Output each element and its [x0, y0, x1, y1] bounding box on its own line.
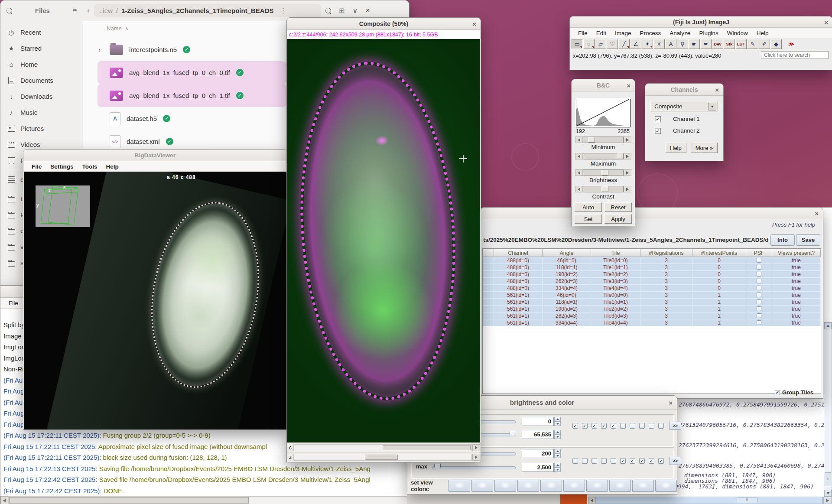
- hand-tool-icon[interactable]: ☛: [689, 39, 700, 49]
- psf-checkbox[interactable]: [757, 313, 761, 318]
- psf-cell[interactable]: [746, 292, 772, 299]
- sidebar-item-downloads[interactable]: ↓Downloads: [0, 88, 83, 104]
- view-checkbox[interactable]: [630, 423, 635, 429]
- min-value-group2[interactable]: 200: [522, 449, 554, 458]
- search-icon[interactable]: [6, 8, 12, 13]
- pencil-tool-icon[interactable]: ✎: [747, 39, 758, 49]
- kebab-menu-icon[interactable]: ⋮: [280, 7, 287, 15]
- scroll-right-icon[interactable]: [624, 153, 631, 159]
- sidebar-item-recent[interactable]: ◷Recent: [0, 24, 83, 40]
- view-color-button[interactable]: [448, 480, 470, 492]
- composite-image-canvas[interactable]: [287, 39, 480, 442]
- minimum-slider[interactable]: [575, 137, 631, 143]
- slider-thumb[interactable]: [601, 170, 608, 176]
- max-spinner-group2[interactable]: [554, 463, 561, 472]
- channels-titlebar[interactable]: Channels ×: [645, 84, 723, 96]
- scroll-right-icon[interactable]: [472, 454, 480, 461]
- file-row[interactable]: ›interestpoints.n5✓: [98, 38, 286, 61]
- brightness-slider[interactable]: [575, 169, 631, 176]
- scrollbar-thumb[interactable]: [383, 445, 471, 450]
- maximum-slider[interactable]: [575, 153, 631, 159]
- view-color-button[interactable]: [471, 480, 493, 492]
- bdv-viewer[interactable]: z x y a 46 c 488: [24, 172, 286, 429]
- bdv-menu-help[interactable]: Help: [102, 163, 123, 170]
- view-checkbox-checked[interactable]: ✓: [611, 423, 616, 429]
- breadcrumb-current[interactable]: 1-Zeiss_5Angles_2Channels_1Timepoint_BEA…: [121, 7, 274, 14]
- fill-tool-icon[interactable]: ◆: [770, 39, 782, 49]
- imagej-menu-plugins[interactable]: Plugins: [695, 30, 722, 36]
- view-checkbox[interactable]: [592, 458, 597, 464]
- scrollbar-thumb[interactable]: [9, 497, 249, 504]
- bdv-menu-tools[interactable]: Tools: [78, 163, 101, 170]
- search-in-folder-icon[interactable]: [325, 8, 331, 13]
- view-checkbox-checked[interactable]: ✓: [649, 458, 654, 464]
- view-checkbox[interactable]: [572, 458, 578, 464]
- wand-tool-icon[interactable]: ✳: [653, 39, 665, 49]
- scrollbar-thumb[interactable]: ≡: [825, 472, 831, 486]
- table-row[interactable]: 561(id=1)190(id=2)Tile2(id=2)31true: [483, 306, 821, 312]
- close-icon[interactable]: ×: [824, 19, 828, 25]
- view-checkbox[interactable]: [620, 423, 626, 429]
- scroll-up-icon[interactable]: [824, 322, 832, 329]
- psf-checkbox[interactable]: [757, 320, 761, 325]
- max-value-group2[interactable]: 2,500: [522, 463, 554, 472]
- scroll-left-icon[interactable]: [575, 186, 583, 192]
- close-icon[interactable]: ×: [627, 82, 630, 88]
- zoom-tool-icon[interactable]: ⚲: [677, 39, 688, 49]
- bdv-menu-file[interactable]: File: [28, 163, 46, 170]
- close-icon[interactable]: ×: [715, 86, 719, 93]
- z-scrollbar[interactable]: z: [287, 452, 480, 462]
- console-horizontal-scrollbar[interactable]: ⦀: [588, 497, 823, 504]
- max-slider-group2[interactable]: [432, 466, 516, 469]
- file-row[interactable]: Adataset.h5✓: [98, 107, 286, 130]
- min-spinner-group2[interactable]: [554, 449, 561, 458]
- view-checkbox-checked[interactable]: ✓: [572, 423, 578, 429]
- stk-tool-icon[interactable]: Stk: [724, 39, 735, 49]
- min-value-group1[interactable]: 0: [522, 417, 554, 426]
- psf-checkbox[interactable]: [757, 306, 761, 311]
- channel-scrollbar[interactable]: c: [287, 442, 480, 452]
- column-header-spacer[interactable]: [483, 249, 494, 257]
- psf-cell[interactable]: [746, 285, 772, 292]
- column-header-#Registrations[interactable]: #Registrations: [640, 249, 692, 257]
- scroll-right-icon[interactable]: [823, 497, 832, 504]
- help-button[interactable]: Help: [665, 143, 686, 153]
- imagej-menu-edit[interactable]: Edit: [592, 30, 610, 36]
- column-header-Tile[interactable]: Tile: [591, 249, 640, 257]
- view-color-button[interactable]: [586, 480, 608, 492]
- log-horizontal-scrollbar[interactable]: [0, 496, 407, 504]
- view-checkbox-checked[interactable]: ✓: [601, 423, 607, 429]
- slider-thumb[interactable]: [588, 137, 595, 143]
- sidebar-item-home[interactable]: ⌂Home: [0, 56, 83, 72]
- view-checkbox-checked[interactable]: ✓: [658, 458, 664, 464]
- table-row[interactable]: 561(id=1)118(id=1)Tile1(id=1)31true: [483, 299, 821, 306]
- psf-checkbox[interactable]: [757, 293, 761, 297]
- max-spinner-group1[interactable]: [554, 430, 561, 439]
- scroll-right-icon[interactable]: [624, 137, 631, 143]
- view-color-button[interactable]: [494, 480, 516, 492]
- psf-cell[interactable]: [746, 319, 772, 326]
- close-icon[interactable]: ×: [365, 6, 370, 15]
- view-checkbox[interactable]: [611, 458, 616, 464]
- more-button[interactable]: More »: [691, 143, 718, 153]
- view-checkbox-checked[interactable]: ✓: [620, 458, 626, 464]
- column-header-name[interactable]: Name ∧: [107, 25, 128, 32]
- view-checkbox-checked[interactable]: ✓: [639, 458, 645, 464]
- sidebar-item-documents[interactable]: Documents: [0, 72, 83, 88]
- psf-checkbox[interactable]: [757, 258, 761, 263]
- table-row[interactable]: 488(id=0)334(id=4)Tile4(id=4)30true: [483, 285, 821, 292]
- view-checkbox[interactable]: [639, 423, 645, 429]
- point-tool-icon[interactable]: ✦: [642, 39, 653, 49]
- text-tool-icon[interactable]: A: [665, 39, 676, 49]
- view-checkbox-checked[interactable]: ✓: [592, 423, 597, 429]
- view-checkbox[interactable]: [649, 423, 654, 429]
- psf-cell[interactable]: [746, 306, 772, 312]
- view-color-button[interactable]: [563, 480, 585, 492]
- scroll-right-icon[interactable]: [624, 169, 631, 176]
- table-row[interactable]: 561(id=1)334(id=4)Tile4(id=4)31true: [483, 319, 821, 326]
- dropper-tool-icon[interactable]: ✒: [700, 39, 712, 49]
- column-header-PSF[interactable]: PSF: [746, 249, 772, 257]
- table-row[interactable]: 561(id=1)46(id=0)Tile0(id=0)31true: [483, 292, 821, 299]
- log-menu-file[interactable]: File: [5, 300, 22, 306]
- psf-cell[interactable]: [746, 264, 772, 271]
